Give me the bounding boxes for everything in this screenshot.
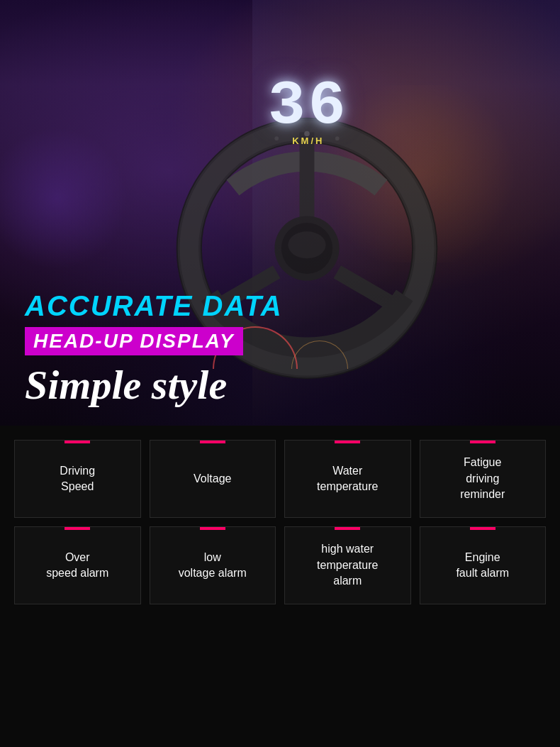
feature-card-fatigue-driving: Fatiguedrivingreminder: [420, 440, 547, 518]
feature-card-over-speed: Overspeed alarm: [14, 526, 141, 604]
feature-label-fatigue-driving: Fatiguedrivingreminder: [460, 455, 505, 502]
svg-point-8: [288, 231, 325, 258]
feature-label-driving-speed: DrivingSpeed: [60, 463, 95, 495]
accurate-data-heading: ACCURATE DATA: [25, 289, 535, 323]
feature-card-engine-fault: Enginefault alarm: [420, 526, 547, 604]
features-row-1: DrivingSpeed Voltage Watertemperature Fa…: [14, 440, 546, 518]
feature-label-high-water-temp: high watertemperaturealarm: [317, 541, 378, 589]
features-row-2: Overspeed alarm lowvoltage alarm high wa…: [14, 526, 546, 604]
feature-label-engine-fault: Enginefault alarm: [456, 550, 509, 582]
feature-label-water-temperature: Watertemperature: [317, 463, 378, 495]
feature-label-low-voltage: lowvoltage alarm: [179, 550, 247, 582]
feature-label-voltage: Voltage: [194, 471, 231, 487]
hero-text-overlay: ACCURATE DATA HEAD-UP DISPLAY Simple sty…: [0, 275, 560, 426]
speed-digit-3: 3: [268, 71, 308, 141]
feature-label-over-speed: Overspeed alarm: [46, 550, 108, 582]
speed-readout: 36: [268, 71, 349, 141]
feature-card-high-water-temp: high watertemperaturealarm: [284, 526, 411, 604]
page-wrapper: 36 KM/H: [0, 0, 560, 747]
feature-card-water-temperature: Watertemperature: [284, 440, 411, 518]
feature-card-driving-speed: DrivingSpeed: [14, 440, 141, 518]
simple-style-heading: Simple style: [25, 363, 535, 408]
hud-display: 36 KM/H: [268, 71, 349, 146]
hero-section: 36 KM/H: [0, 0, 560, 426]
features-section: DrivingSpeed Voltage Watertemperature Fa…: [0, 426, 560, 747]
feature-card-low-voltage: lowvoltage alarm: [150, 526, 276, 604]
speed-digit-6: 6: [308, 71, 349, 141]
head-up-display-badge: HEAD-UP DISPLAY: [25, 327, 243, 355]
feature-card-voltage: Voltage: [150, 440, 276, 518]
